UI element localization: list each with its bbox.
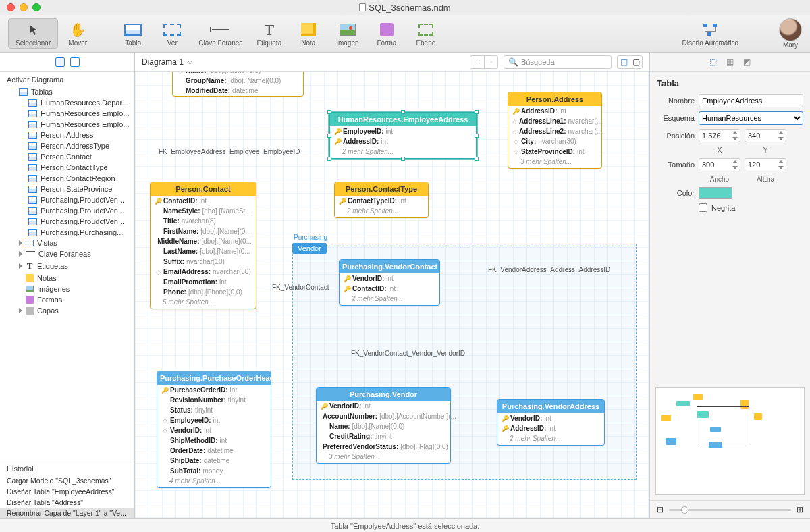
nav-arrows[interactable]: ‹›: [470, 55, 498, 69]
zoom-in-icon[interactable]: ⊞: [796, 505, 803, 514]
diagram-icon[interactable]: [70, 57, 80, 67]
tree-table-item[interactable]: Purchasing.ProudctVen...: [0, 194, 134, 205]
tree-group-views[interactable]: Vistas: [0, 238, 134, 248]
table-column[interactable]: ◇City: nvarchar(30): [508, 136, 601, 147]
tree-group-tables[interactable]: Tablas: [0, 86, 134, 97]
fk-tool-button[interactable]: Clave Foranea: [192, 19, 250, 48]
move-tool-button[interactable]: ✋ Mover: [58, 19, 97, 48]
db-table-employee-address[interactable]: HumanResources.EmployeeAddress 🔑Employee…: [329, 112, 477, 159]
tree-table-item[interactable]: HumanResources.Depar...: [0, 97, 134, 108]
tree-table-item[interactable]: Person.ContactRegion: [0, 173, 134, 184]
table-column[interactable]: ◇AddressLine1: nvarchar(...: [508, 116, 601, 126]
table-column[interactable]: SubTotal: money: [157, 466, 271, 476]
db-table-address[interactable]: Person.Address 🔑AddressID: int◇AddressLi…: [508, 92, 602, 169]
table-column[interactable]: 🔑AddressID: int: [497, 423, 604, 433]
table-column[interactable]: ShipMethodID: int: [157, 435, 271, 446]
history-item[interactable]: Renombrar Capa de "Layer 1" a "Ve...: [0, 508, 134, 518]
view-toggle[interactable]: ◫ ▢: [617, 55, 643, 69]
tree-table-item[interactable]: Person.Contact: [0, 151, 134, 162]
view-tool-button[interactable]: Ver: [153, 19, 192, 48]
cube-icon[interactable]: ⬚: [709, 57, 717, 67]
table-column[interactable]: 🔑ContactID: int: [151, 196, 256, 206]
tree-table-item[interactable]: HumanResources.Emplo...: [0, 108, 134, 119]
table-column[interactable]: 🔑ContactTypeID: int: [335, 196, 428, 206]
zoom-slider[interactable]: ⊟ ⊞: [650, 500, 810, 518]
tree-group-fks[interactable]: Clave Foraneas: [0, 248, 134, 259]
tree-group-shapes[interactable]: Formas: [0, 294, 134, 305]
db-table[interactable]: ◇Name: [dbo].[Name](0,0)GroupName: [dbo]…: [172, 72, 304, 97]
table-column[interactable]: ◇AddressLine2: nvarchar(...: [508, 126, 601, 136]
table-column[interactable]: CreditRating: tinyint: [317, 431, 450, 442]
db-table-vendor-address[interactable]: Purchasing.VendorAddress 🔑VendorID: int🔑…: [497, 399, 605, 446]
table-column[interactable]: ◇EmployeeID: int: [157, 415, 271, 425]
table-column[interactable]: PreferredVendorStatus: [dbo].[Flag](0,0): [317, 442, 450, 452]
width-input[interactable]: 300: [699, 158, 740, 171]
db-table-vendor-contact[interactable]: Purchasing.VendorContact 🔑VendorID: int🔑…: [339, 259, 440, 306]
y-input[interactable]: 340: [745, 129, 786, 142]
table-column[interactable]: 🔑AddressID: int: [330, 136, 476, 147]
table-column[interactable]: ◇VendorID: int: [157, 425, 271, 435]
table-column[interactable]: MiddleName: [dbo].[Name](0...: [151, 236, 256, 246]
zoom-icon[interactable]: [32, 3, 40, 11]
db-table-contact[interactable]: Person.Contact 🔑ContactID: intNameStyle:…: [150, 182, 256, 309]
schema-select[interactable]: HumanResources: [699, 111, 803, 125]
bold-checkbox[interactable]: [699, 203, 707, 212]
tree-table-item[interactable]: Purchasing.Purchasing...: [0, 227, 134, 238]
table-column[interactable]: ModifiedDate: datetime: [173, 86, 303, 96]
table-column[interactable]: EmailPromotion: int: [151, 277, 256, 287]
tree-table-item[interactable]: HumanResources.Emplo...: [0, 119, 134, 130]
table-column[interactable]: RevisionNumber: tinyint: [157, 395, 271, 405]
table-column[interactable]: ◇EmailAddress: nvarchar(50): [151, 267, 256, 277]
minimap[interactable]: [655, 387, 805, 495]
diagram-tab[interactable]: Diagrama 1◇: [142, 57, 192, 67]
zoom-out-icon[interactable]: ⊟: [657, 505, 664, 514]
table-column[interactable]: 🔑VendorID: int: [317, 401, 450, 411]
table-column[interactable]: ◇StateProvinceID: int: [508, 147, 601, 157]
comment-icon[interactable]: ◩: [743, 57, 751, 67]
x-input[interactable]: 1,576: [699, 129, 740, 142]
color-picker[interactable]: [699, 187, 732, 199]
table-column[interactable]: Suffix: nvarchar(10): [151, 257, 256, 267]
table-tool-button[interactable]: Tabla: [113, 19, 153, 48]
note-tool-button[interactable]: Nota: [289, 19, 328, 48]
history-item[interactable]: Diseñar Tabla "Address": [0, 497, 134, 508]
table-column[interactable]: 🔑VendorID: int: [497, 413, 604, 423]
tree-table-item[interactable]: Person.AddressType: [0, 140, 134, 151]
table-column[interactable]: 🔑VendorID: int: [340, 273, 439, 284]
tree-table-item[interactable]: Purchasing.ProudctVen...: [0, 216, 134, 227]
table-column[interactable]: NameStyle: [dbo].[NameSt...: [151, 206, 256, 216]
table-column[interactable]: AccountNumber: [dbo].[AccountNumber](...: [317, 411, 450, 421]
search-input[interactable]: 🔍Búsqueda: [504, 55, 612, 69]
table-column[interactable]: Title: nvarchar(8): [151, 216, 256, 226]
shape-tool-button[interactable]: Forma: [367, 19, 406, 48]
name-input[interactable]: [699, 94, 803, 107]
table-column[interactable]: GroupName: [dbo].[Name](0,0): [173, 76, 303, 86]
history-item[interactable]: Diseñar Tabla "EmployeeAddress": [0, 486, 134, 497]
db-table-vendor[interactable]: Purchasing.Vendor 🔑VendorID: intAccountN…: [316, 387, 451, 464]
layer-tool-button[interactable]: Ebene: [406, 19, 446, 48]
table-column[interactable]: Phone: [dbo].[Phone](0,0): [151, 287, 256, 297]
tree-table-item[interactable]: Person.Address: [0, 130, 134, 140]
tree-group-images[interactable]: Imágenes: [0, 284, 134, 294]
model-icon[interactable]: [55, 57, 65, 67]
table-column[interactable]: Status: tinyint: [157, 405, 271, 415]
close-icon[interactable]: [7, 3, 15, 11]
table-column[interactable]: LastName: [dbo].[Name](0...: [151, 246, 256, 257]
table-column[interactable]: ShipDate: datetime: [157, 456, 271, 466]
tree-table-item[interactable]: Person.ContactType: [0, 162, 134, 173]
height-input[interactable]: 120: [745, 158, 786, 171]
autolayout-button[interactable]: Diseño Automático: [676, 19, 745, 48]
tree-group-notes[interactable]: Notas: [0, 273, 134, 284]
history-item[interactable]: Cargar Modelo "SQL_3schemas": [0, 475, 134, 486]
tree-table-item[interactable]: Purchasing.ProudctVen...: [0, 205, 134, 216]
tree-group-labels[interactable]: TEtiquetas: [0, 259, 134, 273]
tree-group-layers[interactable]: Capas: [0, 305, 134, 316]
user-menu[interactable]: Mary: [779, 18, 802, 49]
table-column[interactable]: OrderDate: datetime: [157, 446, 271, 456]
properties-icon[interactable]: ▦: [726, 57, 734, 67]
db-table-contact-type[interactable]: Person.ContactType 🔑ContactTypeID: int 2…: [334, 182, 429, 218]
tree-table-item[interactable]: Person.StateProvince: [0, 184, 134, 194]
table-column[interactable]: Name: [dbo].[Name](0,0): [317, 421, 450, 431]
minimize-icon[interactable]: [20, 3, 28, 11]
table-column[interactable]: 🔑EmployeeID: int: [330, 126, 476, 136]
